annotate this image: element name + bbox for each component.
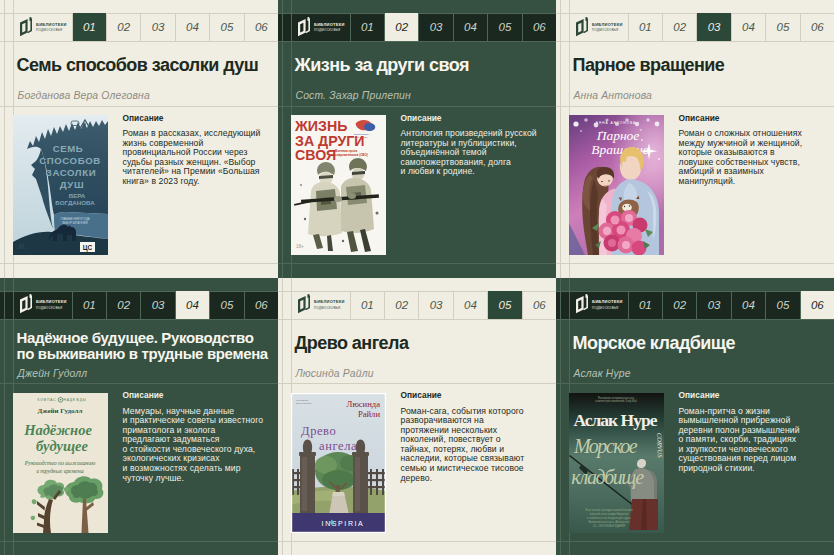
svg-text:будущее: будущее [36, 438, 88, 454]
svg-text:Морское: Морское [572, 435, 637, 458]
svg-text:современников (СВО): современников (СВО) [335, 153, 368, 157]
svg-text:В её основе трагедия самой бол: В её основе трагедия самой большой [585, 508, 633, 512]
svg-text:16+ ОБЛОЖКА ИЗДАНИЯ: 16+ ОБЛОЖКА ИЗДАНИЯ [592, 524, 625, 528]
svg-text:о жизни трёх поколений. Daily: о жизни трёх поколений. Daily Mail [595, 399, 637, 403]
svg-text:в трудные времена: в трудные времена [36, 468, 83, 474]
svg-text:Древо: Древо [301, 424, 336, 438]
svg-text:ВЫБОР ЧИТАТЕЛЕЙ: ВЫБОР ЧИТАТЕЛЕЙ [62, 221, 88, 225]
svg-text:Аслак Нуре: Аслак Нуре [573, 410, 657, 430]
svg-text:ОТЕЧЕСТВА: ОТЕЧЕСТВА [354, 136, 369, 139]
svg-text:ангела: ангела [319, 439, 357, 453]
svg-text:АННА АНТОНОВА: АННА АНТОНОВА [595, 121, 635, 125]
svg-text:INSPIRIA: INSPIRIA [321, 519, 364, 526]
svg-text:и семейная сага владельцев суд: и семейная сага владельцев судна. [586, 516, 631, 520]
svg-text:СЕМЬ: СЕМЬ [52, 143, 83, 154]
svg-text:CORVUS: CORVUS [656, 432, 664, 458]
svg-text:ЦС: ЦС [82, 244, 92, 252]
svg-text:Парное: Парное [595, 128, 639, 143]
svg-text:18+: 18+ [296, 244, 304, 249]
svg-text:БЕСТСЕЛЛЕР: БЕСТСЕЛЛЕР [296, 402, 312, 405]
svg-text:Великолепная книга. Aftenposte: Великолепная книга. Aftenposten [588, 520, 630, 524]
svg-text:Роскошная историческая сага: Роскошная историческая сага [597, 395, 634, 399]
svg-text:ВЕРА: ВЕРА [68, 192, 85, 199]
svg-text:Руководство по выживанию: Руководство по выживанию [23, 460, 94, 466]
svg-text:Надёжное: Надёжное [23, 422, 92, 438]
svg-text:СВОЯ: СВОЯ [295, 147, 336, 163]
svg-text:НАДЕЖДЫ: НАДЕЖДЫ [63, 398, 86, 402]
svg-text:ГЛАВНЫЕ КНИГИ ГОДА: ГЛАВНЫЕ КНИГИ ГОДА [60, 217, 89, 221]
svg-text:кладбище: кладбище [571, 466, 644, 489]
svg-text:морской катастрофы Норвегии: морской катастрофы Норвегии [589, 512, 628, 516]
svg-text:ДУШ: ДУШ [59, 179, 83, 190]
svg-text:Люсинда: Люсинда [346, 399, 380, 409]
svg-text:СПОСОБОВ: СПОСОБОВ [39, 155, 101, 166]
svg-text:БОГДАНОВА: БОГДАНОВА [55, 199, 95, 206]
svg-text:КОМПАС: КОМПАС [37, 398, 56, 402]
svg-text:Райли: Райли [357, 408, 379, 418]
svg-text:Джейн Гудолл: Джейн Гудолл [37, 407, 82, 415]
svg-text:ЗАСОЛКИ: ЗАСОЛКИ [45, 167, 95, 178]
